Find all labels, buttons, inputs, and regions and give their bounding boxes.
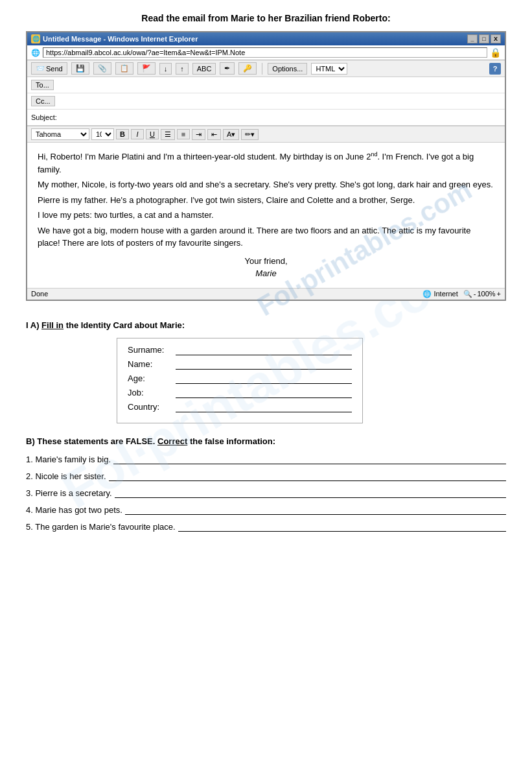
help-button[interactable]: ? <box>489 63 501 75</box>
statements-list: 1. Marie's family is big. 2. Nicole is h… <box>26 454 506 532</box>
card-job-line[interactable] <box>176 388 352 398</box>
section-a: I A) Fill in the Identity Card about Mar… <box>26 320 506 423</box>
section-a-suffix: the Identity Card about Marie: <box>64 320 185 330</box>
card-name-label: Name: <box>128 359 173 369</box>
send-label: Send <box>46 65 63 73</box>
title-bar: 🌐 Untitled Message - Windows Internet Ex… <box>27 32 505 45</box>
statement-1-text: 1. Marie's family is big. <box>26 455 111 464</box>
priority-down-button[interactable]: ↓ <box>159 63 172 75</box>
answer-line-1[interactable] <box>113 454 506 464</box>
section-b-underline: Correct <box>157 436 187 446</box>
send-button[interactable]: 📨 Send <box>31 62 67 75</box>
to-button[interactable]: To... <box>31 80 54 90</box>
answer-line-4[interactable] <box>125 504 506 515</box>
subject-input[interactable] <box>64 112 501 123</box>
toolbar: 📨 Send 💾 📎 📋 🚩 ↓ ↑ ABC ✒ 🔑 Options... HT… <box>27 60 505 77</box>
section-a-prefix: I A) <box>26 320 41 330</box>
internet-indicator: 🌐 Internet <box>422 290 457 298</box>
address-input[interactable] <box>43 47 487 58</box>
status-done: Done <box>31 290 48 298</box>
card-country-line[interactable] <box>176 402 352 412</box>
format-select[interactable]: HTML <box>311 63 347 75</box>
bold-button[interactable]: B <box>116 129 129 139</box>
statement-3: 3. Pierre is a secretary. <box>26 488 506 498</box>
card-country-row: Country: <box>128 402 352 412</box>
toolbar-separator <box>262 63 262 75</box>
browser-window: 🌐 Untitled Message - Windows Internet Ex… <box>26 31 506 301</box>
cc-input[interactable] <box>59 95 501 107</box>
attach-button[interactable]: 📎 <box>93 62 111 75</box>
to-input[interactable] <box>58 79 501 91</box>
zoom-icon: 🔍 <box>463 290 472 298</box>
email-para-4: I love my pets: two turtles, a cat and a… <box>38 209 494 222</box>
card-surname-line[interactable] <box>176 345 352 355</box>
save-button[interactable]: 💾 <box>71 62 89 75</box>
priority-up-button[interactable]: ↑ <box>176 63 189 75</box>
maximize-button[interactable]: □ <box>479 34 489 43</box>
spell-button[interactable]: ABC <box>192 63 216 75</box>
flag-icon: 🚩 <box>142 64 151 73</box>
internet-label: Internet <box>434 290 457 298</box>
options-button[interactable]: Options... <box>268 63 307 75</box>
superscript-1: nd <box>371 151 377 158</box>
close-button[interactable]: X <box>491 34 501 43</box>
indent-button[interactable]: ⇥ <box>192 129 205 140</box>
status-bar: Done 🌐 Internet 🔍 - 100% + <box>27 288 505 300</box>
signature-name: Marie <box>38 267 494 280</box>
italic-button[interactable]: I <box>131 129 144 139</box>
card-name-row: Name: <box>128 359 352 370</box>
email-para-1: Hi, Roberto! I'm Marie Platini and I'm a… <box>38 150 494 176</box>
outdent-button[interactable]: ⇤ <box>207 129 221 140</box>
addressbook-icon: 📋 <box>120 64 129 73</box>
statement-2: 2. Nicole is her sister. <box>26 471 506 481</box>
section-b: B) These statements are FALSE. Correct t… <box>26 436 506 532</box>
signature-button[interactable]: ✒ <box>220 62 235 75</box>
list2-button[interactable]: ≡ <box>177 129 190 139</box>
subject-label: Subject: <box>31 113 60 121</box>
email-signature: Your friend, Marie <box>38 255 494 280</box>
answer-line-5[interactable] <box>178 521 506 532</box>
statement-5: 5. The garden is Marie's favourite place… <box>26 521 506 532</box>
address-bar: 🌐 🔒 <box>27 45 505 60</box>
flag-button[interactable]: 🚩 <box>137 62 156 75</box>
minimize-button[interactable]: _ <box>467 34 478 43</box>
zoom-plus[interactable]: + <box>497 290 501 298</box>
email-para-2: My mother, Nicole, is forty-two years ol… <box>38 178 494 191</box>
browser-title: Untitled Message - Windows Internet Expl… <box>43 35 198 43</box>
font-toolbar: Tahoma 10 B I U ☰ ≡ ⇥ ⇤ A▾ ✏▾ <box>27 126 505 143</box>
underline-button[interactable]: U <box>146 129 159 139</box>
list-button[interactable]: ☰ <box>161 129 175 140</box>
font-color-button[interactable]: A▾ <box>223 129 239 140</box>
email-body: Hi, Roberto! I'm Marie Platini and I'm a… <box>27 143 505 288</box>
save-icon: 💾 <box>76 64 85 73</box>
card-name-line[interactable] <box>176 359 352 370</box>
card-job-row: Job: <box>128 388 352 398</box>
section-b-title: B) These statements are FALSE. Correct t… <box>26 436 506 446</box>
cc-button[interactable]: Cc... <box>31 96 55 106</box>
closing-text: Your friend, <box>38 255 494 268</box>
section-b-suffix: the false information: <box>187 436 275 446</box>
statement-3-text: 3. Pierre is a secretary. <box>26 488 112 498</box>
section-b-prefix: B) These statements are FALSE. <box>26 436 157 446</box>
size-select[interactable]: 10 <box>91 128 114 140</box>
email-para-3: Pierre is my father. He's a photographer… <box>38 194 494 207</box>
card-age-line[interactable] <box>176 373 352 384</box>
zoom-control[interactable]: 🔍 - 100% + <box>463 290 501 298</box>
font-select[interactable]: Tahoma <box>31 128 89 140</box>
highlight-button[interactable]: ✏▾ <box>241 129 259 140</box>
card-surname-row: Surname: <box>128 345 352 355</box>
answer-line-3[interactable] <box>115 488 506 498</box>
email-fields: To... Cc... Subject: <box>27 77 505 126</box>
statement-4: 4. Marie has got two pets. <box>26 504 506 515</box>
statement-4-text: 4. Marie has got two pets. <box>26 505 122 515</box>
zoom-value: 100% <box>477 290 495 298</box>
card-age-row: Age: <box>128 373 352 384</box>
zoom-minus[interactable]: - <box>474 290 476 298</box>
statement-2-text: 2. Nicole is her sister. <box>26 471 106 481</box>
answer-line-2[interactable] <box>109 471 506 481</box>
addressbook-button[interactable]: 📋 <box>115 62 133 75</box>
attach-icon: 📎 <box>98 64 107 73</box>
card-surname-label: Surname: <box>128 345 173 355</box>
statement-5-text: 5. The garden is Marie's favourite place… <box>26 522 176 532</box>
encrypt-button[interactable]: 🔑 <box>238 62 257 75</box>
